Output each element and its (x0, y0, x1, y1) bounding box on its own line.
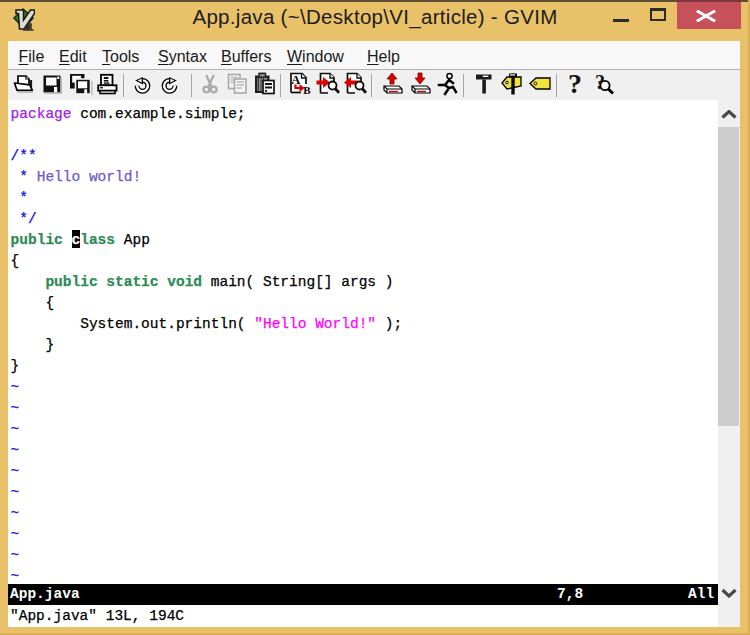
svg-text:B: B (303, 84, 311, 96)
svg-text:?: ? (568, 72, 582, 96)
svg-text:A: A (291, 73, 300, 87)
